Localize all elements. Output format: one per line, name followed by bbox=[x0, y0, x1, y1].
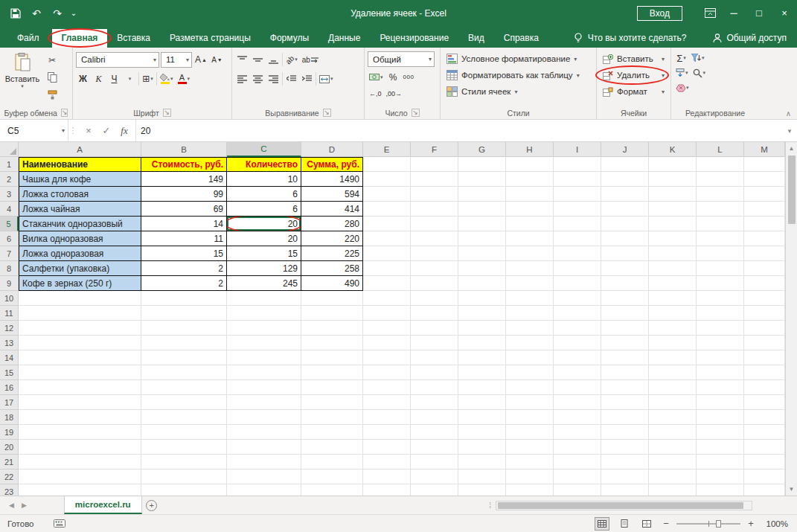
paste-dropdown-icon[interactable]: ▾ bbox=[21, 83, 24, 89]
cell-G4[interactable] bbox=[458, 202, 506, 217]
cell-L7[interactable] bbox=[697, 246, 744, 261]
cell-M18[interactable] bbox=[744, 410, 785, 425]
cell-C21[interactable] bbox=[227, 455, 301, 469]
cell-K3[interactable] bbox=[649, 187, 697, 202]
cell-L8[interactable] bbox=[697, 261, 744, 276]
cell-H18[interactable] bbox=[506, 410, 554, 425]
horizontal-scroll-thumb[interactable] bbox=[498, 502, 743, 509]
cell-A5[interactable]: Стаканчик одноразовый bbox=[19, 217, 141, 231]
cell-E3[interactable] bbox=[363, 187, 411, 202]
cell-J13[interactable] bbox=[601, 336, 649, 350]
cell-J11[interactable] bbox=[601, 306, 649, 321]
cell-C8[interactable]: 129 bbox=[227, 261, 301, 276]
cell-J1[interactable] bbox=[601, 157, 649, 172]
cell-L4[interactable] bbox=[697, 202, 744, 217]
insert-cells-button[interactable]: Вставить▾ bbox=[600, 51, 668, 67]
cell-K8[interactable] bbox=[649, 261, 697, 276]
cell-E13[interactable] bbox=[363, 336, 411, 350]
autosum-icon[interactable]: Σ▾ bbox=[674, 51, 688, 66]
cell-M16[interactable] bbox=[744, 380, 785, 395]
cell-E5[interactable] bbox=[363, 217, 411, 231]
cell-D4[interactable]: 414 bbox=[301, 202, 363, 217]
cell-D13[interactable] bbox=[301, 336, 363, 350]
cell-F1[interactable] bbox=[411, 157, 458, 172]
cell-J3[interactable] bbox=[601, 187, 649, 202]
cell-J22[interactable] bbox=[601, 469, 649, 484]
merge-center-icon[interactable]: ▾ bbox=[318, 71, 335, 87]
row-header-2[interactable]: 2 bbox=[0, 172, 19, 187]
cell-L16[interactable] bbox=[697, 380, 744, 395]
cell-F12[interactable] bbox=[411, 321, 458, 336]
cell-L10[interactable] bbox=[697, 291, 744, 306]
cell-E11[interactable] bbox=[363, 306, 411, 321]
cell-J23[interactable] bbox=[601, 484, 649, 496]
sheet-tab-microexcel[interactable]: microexcel.ru bbox=[64, 496, 142, 514]
cell-J17[interactable] bbox=[601, 395, 649, 410]
cell-G16[interactable] bbox=[458, 380, 506, 395]
cell-C1[interactable]: Количество bbox=[227, 157, 301, 172]
cell-M10[interactable] bbox=[744, 291, 785, 306]
cell-C16[interactable] bbox=[227, 380, 301, 395]
cell-L19[interactable] bbox=[697, 425, 744, 440]
cell-B10[interactable] bbox=[141, 291, 227, 306]
cell-J7[interactable] bbox=[601, 246, 649, 261]
cell-B17[interactable] bbox=[141, 395, 227, 410]
row-header-18[interactable]: 18 bbox=[0, 410, 19, 425]
save-icon[interactable] bbox=[6, 4, 25, 22]
cell-M17[interactable] bbox=[744, 395, 785, 410]
increase-indent-icon[interactable] bbox=[300, 71, 314, 87]
cell-I17[interactable] bbox=[554, 395, 601, 410]
cell-M19[interactable] bbox=[744, 425, 785, 440]
cell-A18[interactable] bbox=[19, 410, 141, 425]
cell-D6[interactable]: 220 bbox=[301, 231, 363, 246]
cell-M9[interactable] bbox=[744, 276, 785, 291]
font-name-combo[interactable]: Calibri▾ bbox=[76, 52, 159, 68]
formula-input[interactable]: 20 bbox=[136, 120, 782, 141]
cell-E6[interactable] bbox=[363, 231, 411, 246]
vertical-scroll-thumb[interactable] bbox=[788, 156, 796, 224]
cell-A8[interactable]: Салфетки (упаковка) bbox=[19, 261, 141, 276]
cell-K9[interactable] bbox=[649, 276, 697, 291]
cell-C20[interactable] bbox=[227, 440, 301, 455]
cell-L11[interactable] bbox=[697, 306, 744, 321]
cell-J14[interactable] bbox=[601, 350, 649, 365]
maximize-button[interactable]: □ bbox=[746, 0, 772, 26]
cell-G5[interactable] bbox=[458, 217, 506, 231]
cell-G22[interactable] bbox=[458, 469, 506, 484]
align-center-icon[interactable] bbox=[251, 71, 265, 87]
cell-G23[interactable] bbox=[458, 484, 506, 496]
align-middle-icon[interactable] bbox=[251, 52, 265, 68]
cell-K20[interactable] bbox=[649, 440, 697, 455]
cell-H21[interactable] bbox=[506, 455, 554, 469]
cell-D21[interactable] bbox=[301, 455, 363, 469]
cell-M11[interactable] bbox=[744, 306, 785, 321]
cell-G12[interactable] bbox=[458, 321, 506, 336]
cell-M23[interactable] bbox=[744, 484, 785, 496]
zoom-out-button[interactable]: − bbox=[662, 518, 670, 529]
cell-D17[interactable] bbox=[301, 395, 363, 410]
cell-H16[interactable] bbox=[506, 380, 554, 395]
cell-J5[interactable] bbox=[601, 217, 649, 231]
zoom-slider[interactable] bbox=[676, 523, 740, 525]
cell-K1[interactable] bbox=[649, 157, 697, 172]
cell-K18[interactable] bbox=[649, 410, 697, 425]
cell-I19[interactable] bbox=[554, 425, 601, 440]
cell-E15[interactable] bbox=[363, 365, 411, 380]
cell-B14[interactable] bbox=[141, 350, 227, 365]
tell-me-search[interactable]: Что вы хотите сделать? bbox=[574, 33, 687, 48]
cell-C23[interactable] bbox=[227, 484, 301, 496]
cell-M7[interactable] bbox=[744, 246, 785, 261]
orientation-icon[interactable]: ab▾ bbox=[284, 52, 299, 68]
customize-qat-icon[interactable]: ⌄ bbox=[68, 4, 79, 22]
cell-K17[interactable] bbox=[649, 395, 697, 410]
cell-F15[interactable] bbox=[411, 365, 458, 380]
cell-B1[interactable]: Стоимость, руб. bbox=[141, 157, 227, 172]
row-header-22[interactable]: 22 bbox=[0, 469, 19, 484]
row-header-3[interactable]: 3 bbox=[0, 187, 19, 202]
cell-A14[interactable] bbox=[19, 350, 141, 365]
cell-M20[interactable] bbox=[744, 440, 785, 455]
number-format-combo[interactable]: Общий▾ bbox=[368, 51, 435, 67]
format-as-table-button[interactable]: Форматировать как таблицу▾ bbox=[444, 67, 593, 83]
tab-Разметка страницы[interactable]: Разметка страницы bbox=[160, 29, 260, 48]
column-header-M[interactable]: M bbox=[744, 142, 785, 157]
